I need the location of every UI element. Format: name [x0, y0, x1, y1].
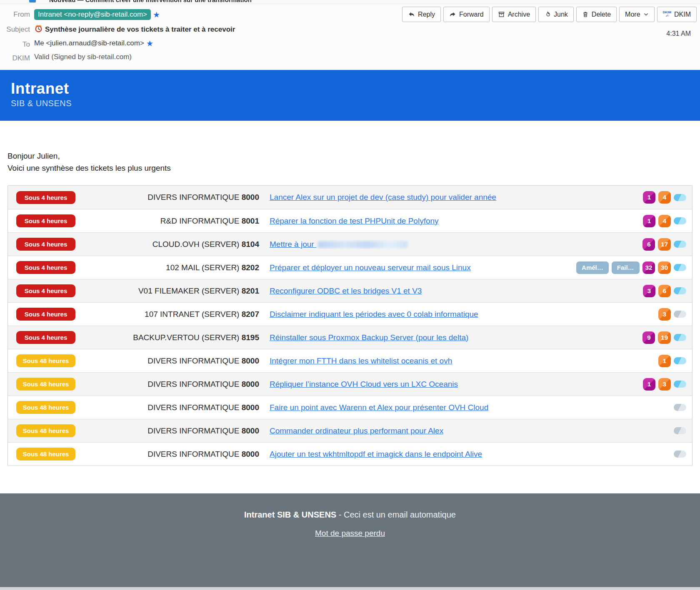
urgency-badge: Sous 4 heures [16, 308, 75, 321]
ticket-category: DIVERS INFORMATIQUE [148, 403, 242, 412]
from-address-pill[interactable]: Intranet <no-reply@sib-retail.com> [34, 9, 151, 20]
ticket-row: Sous 4 heures DIVERS INFORMATIQUE 8000 L… [8, 186, 692, 209]
dkim-badge-icon: DKIM✍ [663, 11, 671, 18]
urgency-cell: Sous 48 heures [8, 424, 82, 437]
ticket-category: 102 MAIL (SERVER) [166, 263, 242, 272]
ticket-link[interactable]: Mettre à jour [270, 240, 316, 249]
toggle-pill-icon[interactable] [674, 427, 686, 434]
subject-label: Subject [0, 24, 34, 34]
dkim-button[interactable]: DKIM✍ DKIM [657, 7, 697, 22]
ticket-link[interactable]: Intégrer mon FTTH dans les whitelist oce… [270, 356, 452, 365]
ticket-link[interactable]: Réparer la fonction de test PHPUnit de P… [270, 217, 439, 225]
title-cell: Lancer Alex sur un projet de dev (case s… [259, 193, 643, 202]
ticket-category: R&D INFORMATIQUE [160, 217, 242, 225]
urgency-badge: Sous 4 heures [16, 284, 75, 297]
toggle-pill-icon[interactable] [674, 311, 686, 318]
title-cell: Reconfigurer ODBC et les bridges V1 et V… [259, 286, 643, 296]
new-count-badge: 3 [643, 285, 655, 297]
ticket-link[interactable]: Réinstaller sous Proxmox Backup Server (… [270, 333, 468, 342]
ticket-row: Sous 48 heures DIVERS INFORMATIQUE 8000 … [8, 372, 692, 396]
title-cell: Répliquer l’instance OVH Cloud vers un L… [259, 380, 643, 389]
lost-password-link[interactable]: Mot de passe perdu [315, 529, 385, 538]
toggle-pill-icon[interactable] [674, 287, 686, 294]
urgency-badge: Sous 48 heures [16, 354, 75, 367]
badges-cell: 36 [643, 285, 692, 297]
title-cell: Préparer et déployer un nouveau serveur … [259, 263, 576, 272]
ticket-category: 107 INTRANET (SERVER) [145, 310, 242, 319]
subject-row: Subject Synthèse journalière de vos tick… [0, 24, 700, 35]
reply-button[interactable]: Reply [402, 7, 441, 22]
ticket-link[interactable]: Disclaimer indiquant les périodes avec 0… [270, 310, 478, 319]
email-body: Bonjour Julien, Voici une synthèse des t… [0, 121, 700, 493]
ticket-link[interactable]: Commander ordinateur plus performant pou… [270, 426, 443, 435]
ticket-link[interactable]: Faire un point avec Warenn et Alex pour … [270, 403, 488, 412]
subject-text: Synthèse journalière de vos tickets à tr… [45, 25, 235, 34]
ticket-category: DIVERS INFORMATIQUE [148, 450, 242, 458]
urgency-badge: Sous 4 heures [16, 331, 75, 344]
clipped-message-row: Nouveau — Comment créer une intervention… [0, 0, 700, 4]
ticket-row: Sous 4 heures CLOUD.OVH (SERVER) 8104 Me… [8, 232, 692, 256]
category-cell: BACKUP.VERTOU (SERVER) 8195 [82, 333, 259, 342]
new-count-badge: 1 [643, 378, 655, 391]
category-cell: DIVERS INFORMATIQUE 8000 [82, 426, 259, 436]
forward-button[interactable]: Forward [443, 7, 490, 22]
ticket-category: DIVERS INFORMATIQUE [148, 426, 242, 435]
reply-label: Reply [418, 11, 435, 18]
title-cell: Réparer la fonction de test PHPUnit de P… [259, 217, 643, 226]
toggle-pill-icon[interactable] [674, 381, 686, 388]
ticket-link[interactable]: Reconfigurer ODBC et les bridges V1 et V… [270, 286, 422, 295]
ticket-row: Sous 48 heures DIVERS INFORMATIQUE 8000 … [8, 419, 692, 442]
ticket-link[interactable]: Lancer Alex sur un projet de dev (case s… [270, 193, 496, 202]
category-cell: DIVERS INFORMATIQUE 8000 [82, 450, 259, 459]
ticket-row: Sous 4 heures 102 MAIL (SERVER) 8202 Pré… [8, 256, 692, 279]
to-address[interactable]: Me <julien.arnaud@sib-retail.com> [34, 39, 144, 47]
toggle-pill-icon[interactable] [674, 357, 686, 364]
ticket-number: 8000 [242, 380, 259, 388]
badges-cell: Amél…Fail…3230 [576, 261, 692, 274]
toggle-pill-icon[interactable] [674, 334, 686, 341]
delete-button[interactable]: Delete [576, 7, 617, 22]
total-count-badge: 3 [658, 378, 671, 391]
urgency-cell: Sous 4 heures [8, 308, 82, 321]
star-icon[interactable]: ★ [146, 40, 153, 47]
urgency-badge: Sous 48 heures [16, 448, 75, 461]
ticket-table: Sous 4 heures DIVERS INFORMATIQUE 8000 L… [8, 185, 692, 466]
total-count-badge: 3 [658, 308, 671, 321]
ticket-number: 8202 [242, 263, 259, 272]
urgency-cell: Sous 48 heures [8, 378, 82, 391]
more-button[interactable]: More [619, 7, 654, 22]
junk-label: Junk [554, 11, 568, 18]
archive-icon [498, 11, 505, 18]
new-count-badge: 9 [642, 331, 655, 344]
category-cell: V01 FILEMAKER (SERVER) 8201 [82, 286, 259, 296]
total-count-badge: 1 [658, 355, 671, 367]
toggle-pill-icon[interactable] [674, 241, 686, 248]
dkim-label: DKIM [674, 11, 691, 18]
toggle-pill-icon[interactable] [674, 404, 686, 411]
category-cell: CLOUD.OVH (SERVER) 8104 [82, 240, 259, 249]
badges-cell: 1 [658, 355, 692, 367]
toggle-pill-icon[interactable] [674, 264, 686, 271]
ticket-link[interactable]: Préparer et déployer un nouveau serveur … [270, 263, 471, 272]
ticket-number: 8104 [242, 240, 259, 249]
title-cell: Intégrer mon FTTH dans les whitelist oce… [259, 356, 658, 366]
banner-subtitle: SIB & UNSENS [11, 99, 700, 108]
ticket-link[interactable]: Répliquer l’instance OVH Cloud vers un L… [270, 380, 458, 388]
toggle-pill-icon[interactable] [674, 217, 686, 224]
toggle-pill-icon[interactable] [674, 194, 686, 201]
archive-button[interactable]: Archive [492, 7, 536, 22]
star-icon[interactable]: ★ [153, 11, 160, 19]
toggle-pill-icon[interactable] [674, 451, 686, 458]
urgency-cell: Sous 48 heures [8, 448, 82, 461]
status-tag: Fail… [612, 261, 640, 274]
new-count-badge: 1 [643, 215, 655, 227]
chevron-down-icon [643, 12, 649, 17]
ticket-number: 8000 [242, 450, 259, 458]
badges-cell: 14 [643, 215, 692, 227]
trash-icon [582, 11, 589, 18]
urgency-cell: Sous 48 heures [8, 401, 82, 414]
alarm-clock-icon [34, 24, 43, 35]
ticket-link[interactable]: Ajouter un test wkhtmltopdf et imagick d… [270, 450, 482, 458]
category-cell: DIVERS INFORMATIQUE 8000 [82, 403, 259, 412]
junk-button[interactable]: Junk [538, 7, 574, 22]
